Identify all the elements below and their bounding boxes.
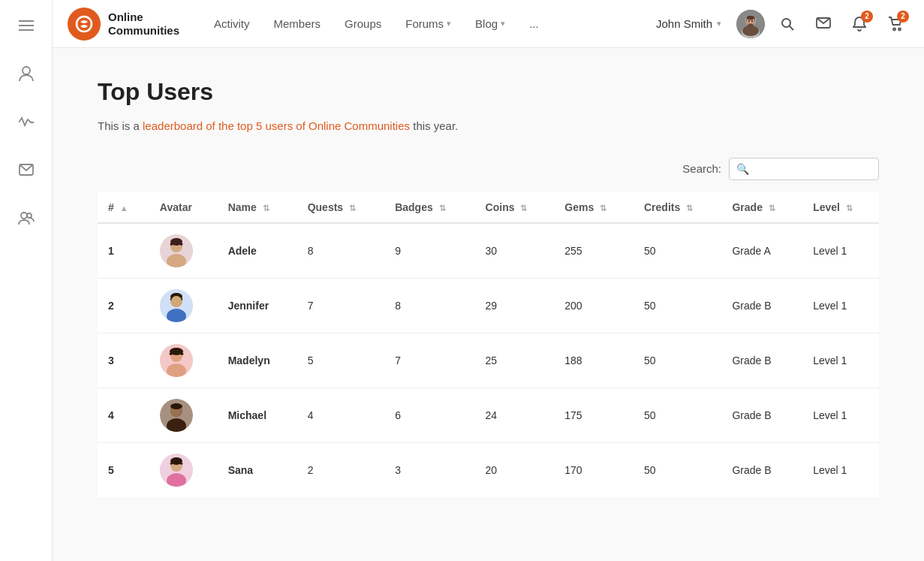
logo-text: Online Communities (108, 11, 179, 38)
sidebar-activity-icon[interactable] (13, 108, 40, 135)
svg-point-16 (751, 20, 753, 21)
col-level[interactable]: Level ⇅ (802, 192, 879, 223)
svg-point-15 (748, 20, 750, 21)
page-content: Top Users This is a leaderboard of the t… (53, 48, 924, 561)
cell-credits: 50 (634, 442, 721, 497)
sort-name-icon: ⇅ (263, 204, 269, 213)
nav-more[interactable]: ... (517, 11, 551, 36)
forums-chevron-icon: ▾ (447, 19, 451, 29)
cell-grade: Grade A (721, 223, 802, 279)
notifications-badge: 2 (861, 11, 873, 23)
cell-badges: 7 (384, 333, 474, 388)
cell-avatar (149, 442, 218, 497)
nav-activity[interactable]: Activity (202, 11, 262, 36)
cell-quests: 2 (297, 442, 385, 497)
page-subtitle: This is a leaderboard of the top 5 users… (98, 118, 879, 135)
search-label: Search: (682, 162, 721, 175)
avatar[interactable] (736, 10, 765, 38)
messages-button[interactable] (810, 11, 837, 38)
cell-avatar (149, 278, 218, 333)
cell-rank: 4 (98, 388, 149, 442)
leaderboard-link[interactable]: leaderboard of the top 5 users of Online… (143, 119, 410, 132)
cell-coins: 25 (475, 333, 555, 388)
cell-coins: 20 (475, 442, 555, 497)
page-title: Top Users (98, 78, 879, 106)
nav-blog[interactable]: Blog ▾ (463, 11, 517, 36)
col-gems[interactable]: Gems ⇅ (554, 192, 634, 223)
cell-credits: 50 (634, 333, 721, 388)
nav-groups[interactable]: Groups (333, 11, 393, 36)
svg-point-23 (898, 28, 901, 30)
cell-avatar (149, 388, 218, 442)
cell-name: Jennifer (218, 278, 297, 333)
sort-coins-icon: ⇅ (520, 204, 527, 213)
sort-badges-icon: ⇅ (439, 204, 446, 213)
cell-name: Madelyn (218, 333, 297, 388)
sidebar (0, 0, 53, 561)
cell-rank: 1 (98, 223, 149, 279)
search-wrapper: 🔍 (729, 158, 879, 180)
sidebar-user-icon[interactable] (13, 60, 40, 87)
col-quests[interactable]: Quests ⇅ (297, 192, 385, 223)
cell-coins: 24 (475, 388, 555, 442)
cell-name: Sana (218, 442, 297, 497)
blog-chevron-icon: ▾ (501, 19, 505, 29)
notifications-button[interactable]: 2 (846, 11, 873, 38)
cell-rank: 2 (98, 278, 149, 333)
cell-name: Michael (218, 388, 297, 442)
cell-gems: 188 (554, 333, 634, 388)
svg-line-20 (790, 26, 794, 30)
nav-links: Activity Members Groups Forums ▾ Blog ▾ … (202, 11, 656, 36)
search-input[interactable] (729, 158, 879, 180)
cell-gems: 255 (554, 223, 634, 279)
cell-badges: 3 (384, 442, 474, 497)
cell-badges: 8 (384, 278, 474, 333)
col-name[interactable]: Name ⇅ (218, 192, 297, 223)
cell-level: Level 1 (802, 223, 879, 279)
cell-rank: 5 (98, 442, 149, 497)
col-credits[interactable]: Credits ⇅ (634, 192, 721, 223)
cell-quests: 8 (297, 223, 385, 279)
cell-credits: 50 (634, 223, 721, 279)
cell-grade: Grade B (721, 333, 802, 388)
cell-rank: 3 (98, 333, 149, 388)
table-row: 3 Madelyn 5 7 25 188 50 Grade B Level 1 (98, 333, 879, 388)
logo-area[interactable]: Online Communities (68, 8, 179, 41)
col-coins[interactable]: Coins ⇅ (475, 192, 555, 223)
nav-members[interactable]: Members (262, 11, 333, 36)
sidebar-mail-icon[interactable] (13, 156, 40, 183)
sort-credits-icon: ⇅ (686, 204, 693, 213)
cell-gems: 170 (554, 442, 634, 497)
cell-quests: 7 (297, 278, 385, 333)
svg-point-5 (21, 213, 27, 219)
cell-quests: 5 (297, 333, 385, 388)
col-badges[interactable]: Badges ⇅ (384, 192, 474, 223)
svg-point-41 (170, 403, 182, 409)
sidebar-menu-icon[interactable] (13, 12, 40, 39)
nav-forums[interactable]: Forums ▾ (393, 11, 463, 36)
table-row: 4 Michael 4 6 24 175 50 Grade B Level 1 (98, 388, 879, 442)
nav-actions: John Smith ▾ (656, 10, 909, 38)
cell-level: Level 1 (802, 278, 879, 333)
cell-coins: 30 (475, 223, 555, 279)
svg-point-3 (23, 67, 30, 74)
table-body: 1 Adele 8 9 30 255 50 Grade A Level 1 2 … (98, 223, 879, 497)
main-wrapper: Online Communities Activity Members Grou… (53, 0, 924, 561)
table-controls: Search: 🔍 (98, 158, 879, 180)
sidebar-group-icon[interactable] (13, 204, 40, 231)
cart-badge: 2 (897, 11, 909, 23)
cell-avatar (149, 223, 218, 279)
topnav: Online Communities Activity Members Grou… (53, 0, 924, 48)
user-area[interactable]: John Smith ▾ (656, 17, 721, 30)
cell-credits: 50 (634, 278, 721, 333)
svg-point-18 (748, 23, 754, 27)
col-avatar: Avatar (149, 192, 218, 223)
cell-grade: Grade B (721, 278, 802, 333)
sort-level-icon: ⇅ (846, 204, 853, 213)
cart-button[interactable]: 2 (882, 11, 909, 38)
col-grade[interactable]: Grade ⇅ (721, 192, 802, 223)
cell-gems: 200 (554, 278, 634, 333)
data-table: # ▲ Avatar Name ⇅ Quests ⇅ Badges ⇅ Coin… (98, 192, 879, 497)
search-button[interactable] (774, 11, 801, 38)
col-rank[interactable]: # ▲ (98, 192, 149, 223)
